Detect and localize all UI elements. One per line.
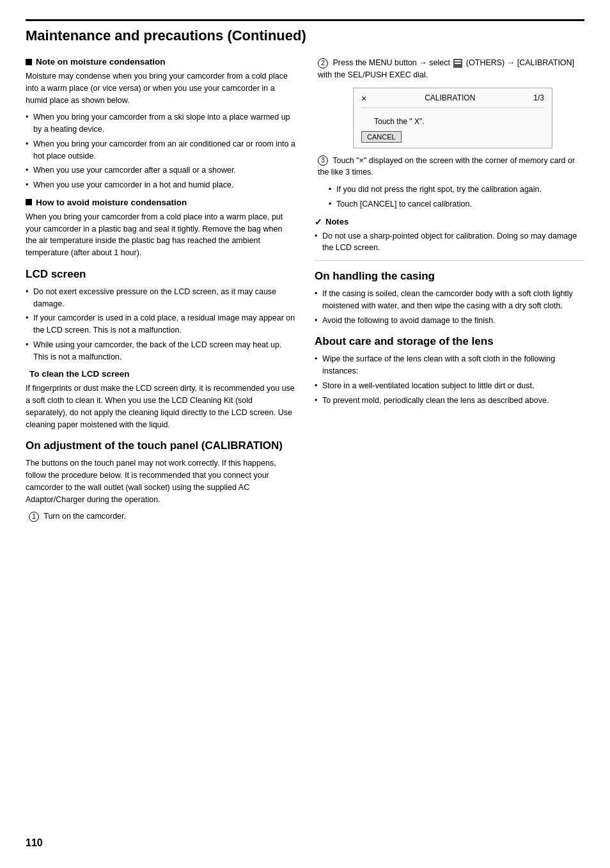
calibration-section: On adjustment of the touch panel (CALIBR… [26, 439, 295, 523]
avoid-moisture-section: How to avoid moisture condensation When … [26, 198, 295, 259]
list-item: If your camcorder is used in a cold plac… [26, 312, 295, 336]
moisture-condensation-heading: Note on moisture condensation [26, 57, 295, 67]
notes-heading: ✓ Notes [315, 217, 584, 227]
step3-section: 3 Touch "×" displayed on the screen with… [315, 155, 584, 210]
calibration-num: 1/3 [533, 93, 544, 104]
lens-title: About care and storage of the lens [315, 335, 584, 348]
step3-bullets: If you did not press the right spot, try… [315, 184, 584, 210]
notes-section: ✓ Notes Do not use a sharp-pointed objec… [315, 217, 584, 255]
list-item: Do not use a sharp-pointed object for ca… [315, 230, 584, 255]
lcd-bullets: Do not exert excessive pressure on the L… [26, 286, 295, 363]
calibration-cancel-button[interactable]: CANCEL [361, 131, 544, 143]
left-column: Note on moisture condensation Moisture m… [26, 57, 295, 528]
page-number: 110 [26, 837, 43, 849]
list-item: Wipe the surface of the lens clean with … [315, 353, 584, 377]
clean-lcd-section: To clean the LCD screen If fingerprints … [26, 369, 295, 430]
calibration-x: × [361, 93, 366, 104]
step2-section: 2 Press the MENU button → select (OTHERS… [315, 57, 584, 148]
list-item: While using your camcorder, the back of … [26, 339, 295, 363]
list-item: If the casing is soiled, clean the camco… [315, 288, 584, 312]
calibration-title-label: CALIBRATION [425, 93, 475, 104]
menu-icon [453, 59, 462, 68]
cancel-label[interactable]: CANCEL [361, 131, 402, 143]
step3-circle: 3 [318, 155, 328, 166]
step2-line: 2 Press the MENU button → select (OTHERS… [315, 57, 584, 81]
section-divider [315, 260, 584, 261]
list-item: Store in a well-ventilated location subj… [315, 380, 584, 392]
avoid-moisture-heading: How to avoid moisture condensation [26, 198, 295, 207]
step1-line: 1 Turn on the camcorder. [26, 510, 295, 523]
step1-circle: 1 [29, 512, 39, 522]
lcd-screen-title: LCD screen [26, 268, 295, 281]
calibration-dialog-box: × CALIBRATION 1/3 Touch the " X". CANCEL [353, 88, 552, 148]
casing-title: On handling the casing [315, 270, 584, 283]
moisture-intro: Moisture may condense when you bring you… [26, 70, 295, 106]
clean-lcd-body: If fingerprints or dust make the LCD scr… [26, 383, 295, 430]
calibration-body: The buttons on the touch panel may not w… [26, 457, 295, 505]
calibration-touch-text: Touch the " X". [374, 117, 544, 126]
casing-section: On handling the casing If the casing is … [315, 270, 584, 326]
lcd-screen-section: LCD screen Do not exert excessive pressu… [26, 268, 295, 363]
step3-line: 3 Touch "×" displayed on the screen with… [315, 155, 584, 179]
list-item: To prevent mold, periodically clean the … [315, 395, 584, 407]
list-item: When you use your camcorder in a hot and… [26, 179, 295, 191]
list-item: Do not exert excessive pressure on the L… [26, 286, 295, 310]
page-title: Maintenance and precautions (Continued) [26, 28, 584, 44]
calibration-title: On adjustment of the touch panel (CALIBR… [26, 439, 295, 452]
calibration-box-header: × CALIBRATION 1/3 [361, 93, 544, 108]
lens-bullets: Wipe the surface of the lens clean with … [315, 353, 584, 406]
square-icon-2 [26, 199, 32, 205]
list-item: Touch [CANCEL] to cancel calibration. [329, 198, 584, 210]
square-icon [26, 59, 32, 65]
lens-section: About care and storage of the lens Wipe … [315, 335, 584, 406]
step2-circle: 2 [318, 58, 328, 68]
moisture-bullets: When you bring your camcorder from a ski… [26, 111, 295, 191]
list-item: If you did not press the right spot, try… [329, 184, 584, 196]
list-item: When you bring your camcorder from a ski… [26, 111, 295, 136]
right-column: 2 Press the MENU button → select (OTHERS… [315, 57, 584, 528]
list-item: When you bring your camcorder from an ai… [26, 138, 295, 162]
list-item: Avoid the following to avoid damage to t… [315, 315, 584, 327]
list-item: When you use your camcorder after a squa… [26, 164, 295, 177]
clean-lcd-heading: To clean the LCD screen [26, 369, 295, 379]
avoid-moisture-body: When you bring your camcorder from a col… [26, 211, 295, 259]
moisture-condensation-section: Note on moisture condensation Moisture m… [26, 57, 295, 191]
page-header: Maintenance and precautions (Continued) [26, 19, 584, 44]
notes-bullets: Do not use a sharp-pointed object for ca… [315, 230, 584, 255]
casing-bullets: If the casing is soiled, clean the camco… [315, 288, 584, 326]
notes-icon: ✓ [315, 217, 322, 227]
